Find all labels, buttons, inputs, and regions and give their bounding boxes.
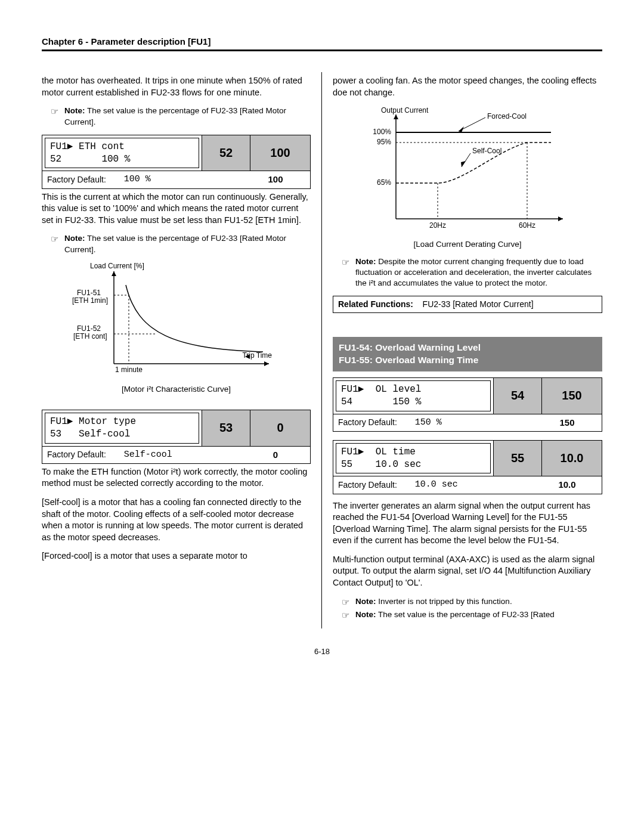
body-text: To make the ETH function (Motor i²t) wor…	[42, 466, 311, 490]
factory-default-row: Factory Default: 10.0 sec 10.0	[333, 476, 602, 493]
y-tick: [ETH 1min]	[72, 296, 108, 305]
lcd-display: FU1▶ Motor type 53 Self-cool	[45, 413, 199, 444]
default-value: Self-cool	[124, 449, 246, 461]
svg-marker-3	[112, 271, 116, 276]
note: ☞ Note: The set value is the percentage …	[42, 233, 311, 255]
body-text: Multi-function output terminal (AXA-AXC)…	[333, 554, 602, 589]
param-id: 53	[202, 410, 250, 446]
default-label: Factory Default:	[338, 479, 397, 491]
pointer-icon: ☞	[333, 609, 349, 621]
svg-marker-9	[558, 216, 563, 221]
left-column: the motor has overheated. It trips in on…	[42, 72, 322, 628]
svg-marker-1	[264, 361, 269, 366]
y-tick: 95%	[377, 138, 391, 146]
param-id: 54	[493, 378, 541, 414]
body-text: [Self-cool] is a motor that has a coolin…	[42, 497, 311, 543]
note: ☞ Note: The set value is the percentage …	[42, 106, 311, 127]
svg-marker-19	[461, 161, 466, 167]
note-text: Note: The set value is the percentage of…	[64, 233, 311, 255]
default-label: Factory Default:	[47, 449, 106, 460]
x-tick: 60Hz	[519, 221, 535, 230]
chart-caption: [Load Current Derating Curve]	[333, 239, 602, 250]
related-label: Related Functions:	[338, 299, 413, 309]
page-number: 6-18	[42, 646, 602, 657]
body-text: the motor has overheated. It trips in on…	[42, 75, 311, 98]
series-label: Forced-Cool	[487, 112, 527, 120]
chart-derating: Output Current 100% 95% 65% 20Hz 60Hz Fo…	[333, 106, 602, 250]
factory-default-row: Factory Default: 100 % 100	[42, 171, 310, 188]
two-column-layout: the motor has overheated. It trips in on…	[42, 72, 602, 628]
default-bold: 150	[537, 417, 597, 429]
pointer-icon: ☞	[42, 233, 58, 255]
note: ☞ Note: Inverter is not tripped by this …	[333, 596, 602, 608]
param-id: 55	[493, 441, 541, 476]
page-header: Chapter 6 - Parameter description [FU1]	[42, 36, 602, 51]
pointer-icon: ☞	[333, 596, 349, 608]
default-value: 10.0 sec	[415, 479, 537, 491]
param-value: 100	[250, 135, 310, 171]
note-text: Note: The set value is the percentage of…	[355, 609, 555, 621]
y-tick: [ETH cont]	[73, 332, 107, 340]
right-column: power a cooling fan. As the motor speed …	[322, 72, 602, 628]
param-id: 52	[202, 135, 250, 171]
y-tick: 100%	[373, 128, 391, 136]
x-axis-label: Trip Time	[242, 351, 272, 360]
param-box-52: FU1▶ ETH cont 52 100 % 52 100 Factory De…	[42, 135, 311, 189]
param-value: 0	[250, 410, 310, 446]
param-box-54: FU1▶ OL level 54 150 % 54 150 Factory De…	[333, 377, 602, 432]
default-label: Factory Default:	[47, 174, 106, 185]
x-tick: 1 minute	[114, 366, 142, 374]
y-tick: FU1-52	[77, 324, 101, 333]
section-heading: FU1-54: Overload Warning Level FU1-55: O…	[333, 337, 602, 371]
note: ☞ Note: The set value is the percentage …	[333, 609, 602, 621]
default-bold: 10.0	[537, 479, 597, 491]
x-tick: 20Hz	[429, 221, 446, 230]
chart-caption: [Motor i²t Characteristic Curve]	[42, 384, 311, 395]
pointer-icon: ☞	[42, 106, 58, 127]
default-bold: 100	[246, 174, 305, 185]
lcd-display: FU1▶ OL time 55 10.0 sec	[336, 443, 491, 474]
body-text: [Forced-cool] is a motor that uses a sep…	[42, 550, 311, 562]
svg-marker-17	[459, 126, 464, 132]
related-value: FU2-33 [Rated Motor Current]	[423, 299, 534, 309]
y-axis-label: Output Current	[381, 106, 429, 114]
param-value: 150	[541, 378, 602, 414]
note: ☞ Note: Despite the motor current changi…	[333, 256, 602, 289]
related-functions-box: Related Functions: FU2-33 [Rated Motor C…	[333, 296, 602, 313]
y-axis-label: Load Current [%]	[90, 262, 144, 270]
factory-default-row: Factory Default: Self-cool 0	[42, 446, 310, 463]
default-value: 150 %	[415, 417, 537, 429]
y-tick: 65%	[377, 178, 391, 187]
param-box-55: FU1▶ OL time 55 10.0 sec 55 10.0 Factory…	[333, 440, 602, 494]
lcd-display: FU1▶ OL level 54 150 %	[336, 380, 491, 411]
default-bold: 0	[246, 449, 305, 461]
series-label: Self-Cool	[472, 147, 501, 155]
factory-default-row: Factory Default: 150 % 150	[333, 414, 602, 431]
svg-marker-11	[394, 114, 398, 119]
pointer-icon: ☞	[333, 256, 349, 289]
lcd-display: FU1▶ ETH cont 52 100 %	[45, 138, 199, 169]
default-label: Factory Default:	[338, 417, 397, 428]
body-text: This is the current at which the motor c…	[42, 191, 311, 227]
default-value: 100 %	[124, 174, 246, 185]
param-value: 10.0	[541, 441, 602, 476]
y-tick: FU1-51	[77, 289, 101, 297]
chart-motor-i2t: Load Current [%] FU1-51 [ETH 1min] FU1-5…	[42, 262, 311, 395]
note-text: Note: Despite the motor current changing…	[355, 256, 602, 289]
note-text: Note: Inverter is not tripped by this fu…	[355, 596, 512, 608]
param-box-53: FU1▶ Motor type 53 Self-cool 53 0 Factor…	[42, 410, 311, 464]
body-text: power a cooling fan. As the motor speed …	[333, 75, 602, 98]
body-text: The inverter generates an alarm signal w…	[333, 500, 602, 547]
note-text: Note: The set value is the percentage of…	[64, 106, 311, 127]
